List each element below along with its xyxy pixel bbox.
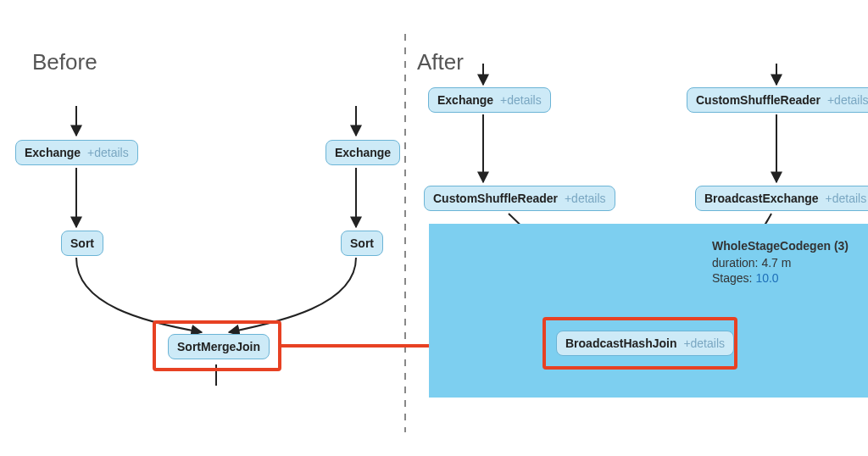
before-sort-left-node[interactable]: Sort <box>61 231 103 256</box>
before-sort-right-node[interactable]: Sort <box>341 231 383 256</box>
stage-duration-label: duration: <box>712 256 758 270</box>
before-heading: Before <box>32 49 97 75</box>
node-details-link[interactable]: +details <box>826 192 867 205</box>
node-details-link[interactable]: +details <box>827 93 868 107</box>
stage-duration: duration: 4.7 m <box>712 256 865 270</box>
after-join-highlight <box>542 317 737 370</box>
after-exchange-node[interactable]: Exchange +details <box>428 87 551 113</box>
stage-title: WholeStageCodegen (3) <box>712 239 865 253</box>
node-title: Sort <box>350 236 374 250</box>
before-join-highlight <box>153 320 281 371</box>
node-details-link[interactable]: +details <box>87 146 129 159</box>
node-title: Exchange <box>335 146 391 159</box>
node-details-link[interactable]: +details <box>500 93 542 107</box>
node-title: Sort <box>70 236 94 250</box>
stage-duration-value: 4.7 m <box>761 256 791 270</box>
node-title: BroadcastExchange <box>704 192 819 205</box>
node-title: CustomShuffleReader <box>433 192 558 205</box>
stage-stages-label: Stages: <box>712 271 752 285</box>
stage-stages-link[interactable]: 10.0 <box>755 271 778 285</box>
after-broadcastexchange-node[interactable]: BroadcastExchange +details <box>695 186 868 211</box>
node-details-link[interactable]: +details <box>565 192 606 205</box>
before-exchange-left-node[interactable]: Exchange +details <box>15 140 138 165</box>
after-customshufflereader-top-node[interactable]: CustomShuffleReader +details <box>687 87 868 113</box>
stage-stages: Stages: 10.0 <box>712 271 865 285</box>
before-exchange-right-node[interactable]: Exchange <box>326 140 400 165</box>
whole-stage-codegen-label: WholeStageCodegen (3) duration: 4.7 m St… <box>712 239 865 286</box>
node-title: Exchange <box>437 93 493 107</box>
after-heading: After <box>417 49 464 75</box>
after-customshufflereader-left-node[interactable]: CustomShuffleReader +details <box>424 186 615 211</box>
node-title: CustomShuffleReader <box>696 93 821 107</box>
node-title: Exchange <box>25 146 81 159</box>
